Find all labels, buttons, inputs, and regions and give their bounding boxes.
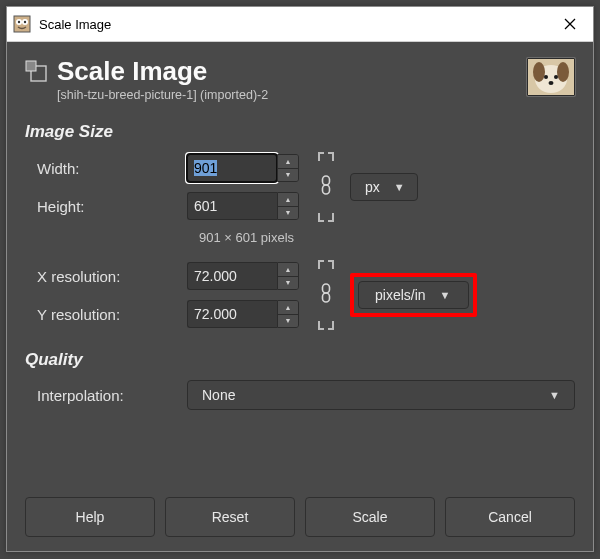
- width-input[interactable]: [187, 154, 277, 182]
- svg-rect-16: [323, 176, 330, 185]
- chain-link-icon: [319, 175, 333, 195]
- label-yres: Y resolution:: [37, 306, 187, 323]
- svg-point-14: [554, 75, 558, 79]
- label-interpolation: Interpolation:: [37, 387, 187, 404]
- chain-link-icon: [319, 283, 333, 303]
- annotation-highlight: pixels/in ▼: [350, 273, 477, 317]
- label-height: Height:: [37, 198, 187, 215]
- height-input[interactable]: [187, 192, 277, 220]
- dialog-buttons: Help Reset Scale Cancel: [25, 481, 575, 537]
- size-unit-dropdown[interactable]: px ▼: [350, 173, 418, 201]
- svg-point-12: [557, 62, 569, 82]
- chevron-down-icon: ▼: [394, 181, 405, 193]
- svg-point-15: [549, 81, 554, 85]
- yres-input[interactable]: [187, 300, 277, 328]
- svg-rect-19: [323, 293, 330, 302]
- svg-rect-8: [26, 61, 36, 71]
- svg-point-4: [24, 21, 26, 23]
- svg-rect-0: [14, 16, 30, 32]
- xres-stepper[interactable]: ▲▼: [277, 262, 299, 290]
- dialog-header-text: Scale Image [shih-tzu-breed-picture-1] (…: [57, 56, 268, 102]
- svg-point-13: [544, 75, 548, 79]
- arrow-down-icon[interactable]: ▼: [278, 277, 298, 290]
- help-button[interactable]: Help: [25, 497, 155, 537]
- res-link-bracket: [312, 260, 340, 330]
- window-close-button[interactable]: [547, 7, 593, 41]
- svg-rect-17: [323, 185, 330, 194]
- height-spinbox[interactable]: ▲▼: [187, 192, 299, 220]
- xres-input[interactable]: [187, 262, 277, 290]
- scale-icon: [25, 60, 47, 82]
- section-quality: Quality: [25, 350, 575, 370]
- chevron-down-icon: ▼: [440, 289, 451, 301]
- arrow-up-icon[interactable]: ▲: [278, 263, 298, 277]
- arrow-down-icon[interactable]: ▼: [278, 315, 298, 328]
- close-icon: [564, 18, 576, 30]
- app-icon: [13, 15, 31, 33]
- image-thumbnail: [527, 58, 575, 96]
- reset-button[interactable]: Reset: [165, 497, 295, 537]
- res-unit-value: pixels/in: [375, 287, 426, 303]
- label-xres: X resolution:: [37, 268, 187, 285]
- os-titlebar: Scale Image: [7, 7, 593, 42]
- scale-image-dialog: Scale Image Scale Image [shih-tzu-breed-…: [6, 6, 594, 552]
- dialog-body: Scale Image [shih-tzu-breed-picture-1] (…: [7, 42, 593, 551]
- res-unit-dropdown[interactable]: pixels/in ▼: [358, 281, 469, 309]
- scale-button[interactable]: Scale: [305, 497, 435, 537]
- arrow-up-icon[interactable]: ▲: [278, 301, 298, 315]
- pixel-dimensions-note: 901 × 601 pixels: [199, 230, 294, 245]
- cancel-button[interactable]: Cancel: [445, 497, 575, 537]
- os-title: Scale Image: [39, 17, 547, 32]
- arrow-up-icon[interactable]: ▲: [278, 155, 298, 169]
- chevron-down-icon: ▼: [549, 389, 560, 401]
- yres-spinbox[interactable]: ▲▼: [187, 300, 299, 328]
- svg-point-11: [533, 62, 545, 82]
- size-unit-value: px: [365, 179, 380, 195]
- dialog-subtitle: [shih-tzu-breed-picture-1] (imported)-2: [57, 88, 268, 102]
- interpolation-value: None: [202, 387, 235, 403]
- section-image-size: Image Size: [25, 122, 575, 142]
- size-unit-container: px ▼: [350, 173, 418, 201]
- height-stepper[interactable]: ▲▼: [277, 192, 299, 220]
- size-link-bracket: [312, 152, 340, 222]
- dialog-title: Scale Image: [57, 56, 268, 87]
- res-chain-toggle[interactable]: [319, 283, 333, 307]
- interpolation-dropdown[interactable]: None ▼: [187, 380, 575, 410]
- yres-stepper[interactable]: ▲▼: [277, 300, 299, 328]
- arrow-up-icon[interactable]: ▲: [278, 193, 298, 207]
- svg-point-3: [18, 21, 20, 23]
- width-spinbox[interactable]: ▲▼: [187, 154, 299, 182]
- arrow-down-icon[interactable]: ▼: [278, 169, 298, 182]
- xres-spinbox[interactable]: ▲▼: [187, 262, 299, 290]
- size-chain-toggle[interactable]: [319, 175, 333, 199]
- dialog-header: Scale Image [shih-tzu-breed-picture-1] (…: [25, 56, 575, 102]
- label-width: Width:: [37, 160, 187, 177]
- width-stepper[interactable]: ▲▼: [277, 154, 299, 182]
- svg-rect-18: [323, 284, 330, 293]
- arrow-down-icon[interactable]: ▼: [278, 207, 298, 220]
